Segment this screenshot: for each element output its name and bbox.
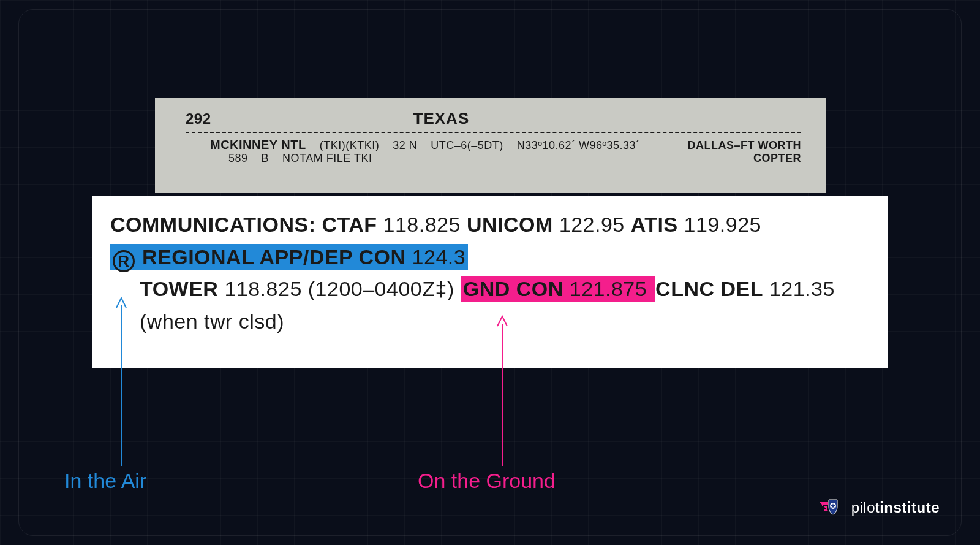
airport-name: MCKINNEY NTL <box>210 138 306 152</box>
unicom-freq: 122.95 <box>559 213 625 236</box>
ctaf-label: CTAF <box>322 213 377 236</box>
comm-note: (when twr clsd) <box>140 310 284 333</box>
airport-utc: UTC–6(–5DT) <box>431 139 503 152</box>
brand-word-2: institute <box>880 499 940 516</box>
clnc-label: CLNC DEL <box>655 277 763 300</box>
annotation-ground: On the Ground <box>418 469 556 493</box>
tower-freq: 118.825 <box>224 277 301 300</box>
airport-info-row-1: MCKINNEY NTL (TKI)(KTKI) 32 N UTC–6(–5DT… <box>186 138 801 152</box>
atis-freq: 119.925 <box>684 213 761 236</box>
atis-label: ATIS <box>631 213 678 236</box>
airport-identifiers: (TKI)(KTKI) <box>320 139 380 152</box>
airport-distance: 32 N <box>393 139 417 152</box>
regional-label: REGIONAL APP/DEP CON <box>142 245 406 269</box>
comm-line-1: COMMUNICATIONS: CTAF 118.825 UNICOM 122.… <box>110 208 871 241</box>
regional-highlight: R REGIONAL APP/DEP CON 124.3 <box>110 244 468 270</box>
brand-text: pilotinstitute <box>851 499 940 516</box>
region-title: TEXAS <box>413 109 470 128</box>
tower-hours: (1200–0400Z‡) <box>308 277 454 300</box>
sectional-name: DALLAS–FT WORTH <box>688 139 801 152</box>
gnd-label: GND CON <box>463 277 564 300</box>
tower-label: TOWER <box>140 277 218 300</box>
comm-heading: COMMUNICATIONS: <box>110 213 316 236</box>
airport-elevation: 589 <box>228 152 248 165</box>
page-number: 292 <box>186 110 211 128</box>
wings-shield-icon <box>820 497 846 518</box>
clnc-freq: 121.35 <box>769 277 835 300</box>
annotation-air: In the Air <box>64 469 146 493</box>
communications-panel: COMMUNICATIONS: CTAF 118.825 UNICOM 122.… <box>92 196 888 368</box>
gnd-highlight: GND CON 121.875 <box>461 276 655 302</box>
airport-notam: NOTAM FILE TKI <box>282 152 372 165</box>
comm-line-2: R REGIONAL APP/DEP CON 124.3 <box>110 241 871 273</box>
copter-label: COPTER <box>753 152 801 165</box>
brand-word-1: pilot <box>851 499 880 516</box>
airport-fuel: B <box>262 152 270 165</box>
ctaf-freq: 118.825 <box>383 213 461 236</box>
brand-logo: pilotinstitute <box>820 497 940 518</box>
airport-info-row-2: 589 B NOTAM FILE TKI COPTER <box>186 152 801 165</box>
comm-line-3: TOWER 118.825 (1200–0400Z‡) GND CON 121.… <box>110 273 871 305</box>
divider <box>186 132 801 133</box>
chart-supplement-header: 292 TEXAS MCKINNEY NTL (TKI)(KTKI) 32 N … <box>155 98 826 193</box>
registered-icon: R <box>113 250 135 272</box>
airport-coords: N33º10.62´ W96º35.33´ <box>517 139 640 152</box>
comm-line-4: (when twr clsd) <box>110 305 871 338</box>
gnd-freq: 121.875 <box>570 277 647 300</box>
unicom-label: UNICOM <box>467 213 553 236</box>
regional-freq: 124.3 <box>412 245 466 269</box>
